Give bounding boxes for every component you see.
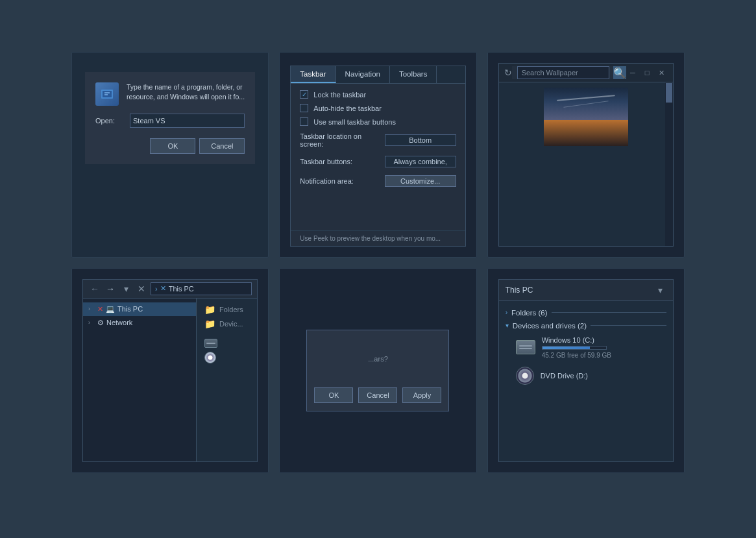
dialog-content-text: ...ars?	[368, 355, 388, 363]
run-dialog-panel: Type the name of a program, folder, or r…	[71, 52, 269, 258]
wallpaper-preview[interactable]	[544, 88, 628, 146]
dvd-d-icon	[516, 367, 534, 385]
content-folders-label: Folders	[219, 306, 243, 313]
small-buttons-checkbox[interactable]	[300, 117, 308, 126]
wallpaper-scrollbar[interactable]	[665, 82, 673, 246]
nav-close-button[interactable]: ✕	[135, 282, 148, 295]
tree-network-arrow: ›	[88, 319, 95, 326]
wallpaper-scrollbar-thumb	[666, 83, 672, 103]
wallpaper-maximize-button[interactable]: □	[640, 67, 653, 78]
drive-item-d[interactable]: DVD Drive (D:)	[506, 363, 666, 389]
nav-back-button[interactable]: ←	[88, 282, 101, 295]
dialog-cancel-button[interactable]: Cancel	[358, 387, 397, 403]
thispc-header: This PC ▾	[499, 280, 673, 301]
taskbar-buttons-value[interactable]: Always combine,	[385, 156, 456, 167]
run-icon	[95, 82, 119, 106]
taskbar-settings-panel: Taskbar Navigation Toolbars Lock the tas…	[279, 52, 476, 258]
run-cancel-button[interactable]: Cancel	[199, 138, 245, 154]
nav-dropdown-button[interactable]: ▾	[119, 282, 132, 295]
tree-item-network[interactable]: › ⚙ Network	[83, 316, 196, 330]
wallpaper-minimize-button[interactable]: ─	[626, 67, 639, 78]
dialog-box-panel: ...ars? OK Cancel Apply	[279, 268, 476, 474]
autohide-checkbox[interactable]	[300, 104, 308, 112]
taskbar-inner: Taskbar Navigation Toolbars Lock the tas…	[290, 66, 465, 247]
devices-section-line	[591, 325, 666, 326]
dialog-content: ...ars?	[307, 330, 448, 382]
drive-c-icon	[516, 340, 535, 354]
run-dialog-inner: Type the name of a program, folder, or r…	[85, 72, 255, 164]
wp-horizon	[544, 120, 628, 147]
notification-area-label: Notification area:	[300, 177, 354, 185]
drive-c-info: Windows 10 (C:) 45.2 GB free of 59.9 GB	[542, 336, 611, 359]
drive-d-info: DVD Drive (D:)	[541, 372, 588, 380]
svg-rect-1	[103, 91, 112, 97]
taskbar-buttons-label: Taskbar buttons:	[300, 158, 352, 165]
explorer-nav: ← → ▾ ✕ › ✕ This PC	[83, 280, 257, 299]
lock-taskbar-label: Lock the taskbar	[313, 91, 366, 99]
drive-c-fill	[543, 347, 591, 349]
taskbar-content: Lock the taskbar Auto-hide the taskbar U…	[291, 84, 465, 195]
tree-item-thispc[interactable]: › ✕ 💻 This PC	[83, 302, 196, 316]
autohide-row: Auto-hide the taskbar	[300, 104, 456, 112]
drive-item-c[interactable]: Windows 10 (C:) 45.2 GB free of 59.9 GB	[506, 332, 666, 363]
folder-icon: 📁	[204, 304, 215, 315]
taskbar-location-label: Taskbar location on screen:	[300, 132, 384, 148]
customize-button[interactable]: Customize...	[385, 175, 456, 187]
drive-icon-sm	[204, 339, 217, 348]
wallpaper-search-button[interactable]: 🔍	[613, 66, 626, 79]
small-buttons-label: Use small taskbar buttons	[313, 118, 396, 126]
run-open-label: Open:	[95, 117, 125, 125]
tab-toolbars[interactable]: Toolbars	[390, 66, 437, 83]
tab-navigation[interactable]: Navigation	[336, 66, 390, 83]
thispc-content: › Folders (6) ▾ Devices and drives (2)	[499, 301, 673, 462]
dialog-box: ...ars? OK Cancel Apply	[306, 330, 449, 411]
content-dvd[interactable]	[201, 350, 253, 365]
devices-section-arrow: ▾	[506, 322, 509, 329]
wallpaper-inner: ↻ Search Wallpaper 🔍 ─ □ ✕	[498, 63, 674, 247]
address-bar[interactable]: › ✕ This PC	[151, 282, 252, 295]
run-ok-button[interactable]: OK	[150, 138, 195, 154]
explorer-tree: › ✕ 💻 This PC › ⚙ Network 📁 Folders	[83, 299, 257, 462]
thispc-dropdown-button[interactable]: ▾	[653, 284, 666, 297]
address-text: This PC	[169, 285, 194, 293]
wallpaper-panel: ↻ Search Wallpaper 🔍 ─ □ ✕	[487, 52, 685, 258]
run-buttons: OK Cancel	[95, 138, 245, 154]
drive-c-bar	[542, 346, 607, 350]
taskbar-location-value[interactable]: Bottom	[385, 134, 456, 146]
run-input-field[interactable]	[130, 114, 245, 128]
thispc-title: This PC	[506, 286, 533, 295]
wallpaper-window-controls: ─ □ ✕	[626, 67, 668, 78]
drive-c-line2	[519, 348, 532, 349]
dialog-footer: OK Cancel Apply	[307, 382, 448, 411]
small-buttons-row: Use small taskbar buttons	[300, 117, 456, 126]
wallpaper-close-button[interactable]: ✕	[655, 67, 668, 78]
devices-icon: 📁	[204, 319, 215, 329]
explorer-content: 📁 Folders 📁 Devic...	[197, 299, 257, 462]
wallpaper-search-box[interactable]: Search Wallpaper	[517, 66, 609, 79]
taskbar-footer: Use Peek to preview the desktop when you…	[291, 230, 465, 246]
tree-thispc-label: This PC	[117, 305, 143, 313]
explorer-inner: ← → ▾ ✕ › ✕ This PC › ✕ 💻 This PC	[82, 279, 258, 463]
devices-section-header[interactable]: ▾ Devices and drives (2)	[506, 319, 666, 332]
notification-area-row: Notification area: Customize...	[300, 174, 456, 188]
folders-section-title: Folders (6)	[511, 309, 548, 317]
content-drive[interactable]	[201, 331, 253, 350]
taskbar-location-row: Taskbar location on screen: Bottom	[300, 131, 456, 149]
lock-taskbar-row: Lock the taskbar	[300, 90, 456, 99]
taskbar-tab-bar: Taskbar Navigation Toolbars	[291, 66, 465, 84]
wallpaper-refresh-icon[interactable]: ↻	[504, 67, 512, 78]
dialog-ok-button[interactable]: OK	[314, 387, 353, 403]
run-input-row: Open:	[95, 114, 245, 128]
wallpaper-scroll-area	[499, 82, 673, 246]
main-grid: Type the name of a program, folder, or r…	[0, 0, 756, 538]
this-pc-panel: This PC ▾ › Folders (6) ▾ Devices and dr…	[487, 268, 685, 474]
content-devices[interactable]: 📁 Devic...	[201, 317, 253, 331]
dialog-apply-button[interactable]: Apply	[402, 387, 441, 403]
content-folders[interactable]: 📁 Folders	[201, 302, 253, 317]
drive-d-name: DVD Drive (D:)	[541, 372, 588, 380]
folders-section-header[interactable]: › Folders (6)	[506, 306, 666, 319]
tree-network-icon: ⚙	[97, 319, 104, 327]
lock-taskbar-checkbox[interactable]	[300, 90, 308, 99]
nav-forward-button[interactable]: →	[104, 282, 117, 295]
tab-taskbar[interactable]: Taskbar	[291, 66, 335, 83]
